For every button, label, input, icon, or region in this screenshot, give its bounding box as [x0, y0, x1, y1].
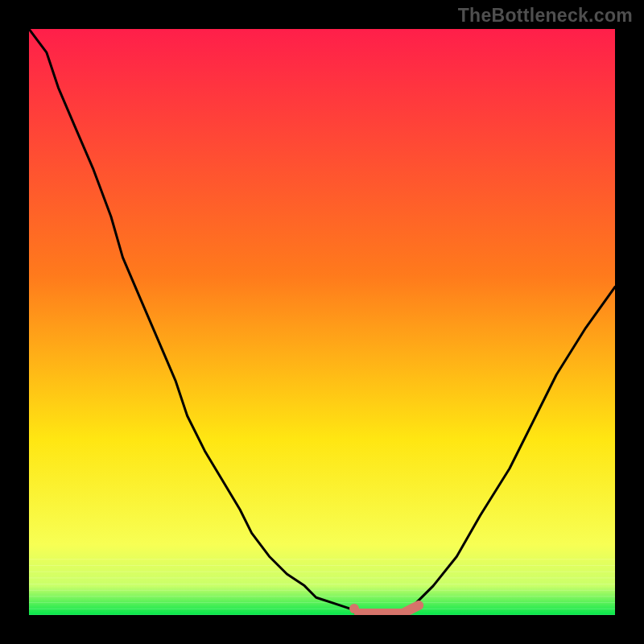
plot-area: [29, 29, 615, 615]
watermark-text: TheBottleneck.com: [458, 5, 633, 27]
chart-container: TheBottleneck.com: [0, 0, 644, 644]
gradient-background: [29, 29, 615, 615]
chart-svg: [29, 29, 615, 615]
